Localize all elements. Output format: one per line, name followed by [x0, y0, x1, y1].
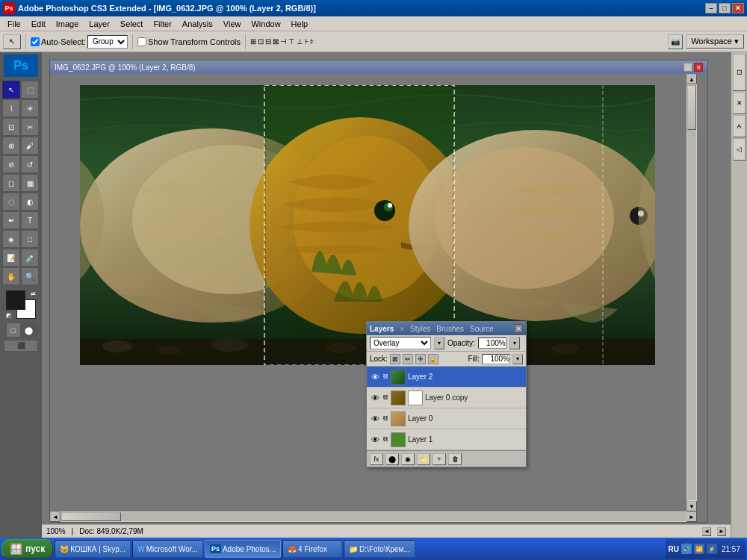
layer0-visibility[interactable]: 👁 [370, 414, 380, 424]
taskbar-item-explorer[interactable]: 📁 D:\Foto\Крем... [344, 540, 415, 558]
right-panel-btn-4[interactable]: ◁ [733, 138, 746, 161]
scroll-right-arrow[interactable]: ► [686, 511, 697, 522]
layer-row-layer1[interactable]: 👁 ⛓ Layer 1 [367, 429, 526, 450]
menu-filter[interactable]: Filter [149, 19, 176, 29]
shape-tool[interactable]: □ [21, 230, 39, 248]
gradient-tool[interactable]: ▦ [21, 174, 39, 192]
menu-help[interactable]: Help [287, 19, 313, 29]
lock-transparent-btn[interactable]: ⊠ [390, 354, 400, 364]
tray-icon-3[interactable]: ⚡ [707, 544, 717, 554]
notes-tool[interactable]: 📝 [2, 249, 20, 267]
new-adjust-btn[interactable]: ◉ [401, 453, 415, 465]
menu-analysis[interactable]: Analysis [178, 19, 217, 29]
opacity-input[interactable] [478, 337, 506, 349]
lock-position-btn[interactable]: ✛ [415, 354, 426, 364]
scroll-up-arrow[interactable]: ▲ [686, 74, 697, 84]
add-mask-btn[interactable]: ⬤ [385, 453, 399, 465]
close-button[interactable]: ✕ [732, 3, 744, 13]
tray-icon-2[interactable]: 📶 [694, 544, 704, 554]
tray-icon-1[interactable]: 🔊 [681, 544, 692, 554]
camera-icon[interactable]: 📷 [668, 34, 683, 49]
move-tool[interactable]: ↖ [2, 81, 20, 99]
taskbar-item-photoshop[interactable]: Ps Adobe Photos... [205, 540, 281, 558]
delete-layer-btn[interactable]: 🗑 [448, 453, 462, 465]
lock-all-btn[interactable]: 🔒 [428, 354, 438, 364]
fill-arrow[interactable]: ▾ [512, 354, 523, 364]
slice-tool[interactable]: ✂ [21, 118, 39, 136]
opacity-arrow[interactable]: ▾ [509, 337, 520, 349]
workspace-label[interactable]: Workspace ▾ [686, 34, 744, 49]
layer2-link[interactable]: ⛓ [382, 372, 388, 382]
canvas-v-scrollbar[interactable]: ▲ ▼ [686, 74, 697, 511]
lock-image-btn[interactable]: ✏ [403, 354, 413, 364]
layer1-visibility[interactable]: 👁 [370, 435, 380, 445]
layer0copy-link[interactable]: ⛓ [382, 393, 388, 403]
show-transform-checkbox[interactable] [137, 37, 146, 46]
blend-arrow[interactable]: ▾ [434, 337, 444, 349]
tab-brushes[interactable]: Brushes [436, 325, 464, 333]
swap-colors-icon[interactable]: ⇄ [31, 290, 36, 297]
lasso-tool[interactable]: ⌇ [2, 99, 20, 117]
dodge-tool[interactable]: ◐ [21, 193, 39, 211]
taskbar-item-word[interactable]: W Microsoft Wor... [132, 540, 203, 558]
clone-stamp[interactable]: ⊘ [2, 155, 20, 173]
menu-select[interactable]: Select [116, 19, 148, 29]
healing-brush[interactable]: ⊕ [2, 137, 20, 155]
move-tool-options[interactable]: ↖ [3, 34, 21, 49]
tab-styles[interactable]: Styles [410, 325, 430, 333]
marquee-tool[interactable]: ⬚ [21, 81, 39, 99]
pen-tool[interactable]: ✒ [2, 211, 20, 229]
canvas-h-scrollbar[interactable]: ◄ ► [50, 511, 697, 522]
canvas-close[interactable]: ✕ [694, 63, 703, 72]
taskbar-item-firefox[interactable]: 🦊 4 Firefox [282, 540, 342, 558]
start-button[interactable]: 🪟 пуск [1, 539, 53, 559]
crop-tool[interactable]: ⊡ [2, 118, 20, 136]
history-brush[interactable]: ↺ [21, 155, 39, 173]
panel-close-btn[interactable]: ✕ [514, 324, 523, 333]
foreground-color-box[interactable] [6, 290, 25, 310]
layer0copy-visibility[interactable]: 👁 [370, 393, 380, 403]
layer1-link[interactable]: ⛓ [382, 435, 388, 445]
status-scroll-right[interactable]: ► [717, 527, 726, 536]
magic-wand-tool[interactable]: ✳ [21, 99, 39, 117]
hand-tool[interactable]: ✋ [2, 267, 20, 285]
quick-mask-off[interactable]: □ [6, 323, 21, 337]
lang-indicator[interactable]: RU [669, 545, 679, 553]
menu-window[interactable]: Window [247, 19, 285, 29]
menu-edit[interactable]: Edit [27, 19, 50, 29]
maximize-button[interactable]: □ [719, 3, 731, 13]
fill-input[interactable] [482, 354, 510, 364]
new-layer-btn[interactable]: + [433, 453, 446, 465]
menu-view[interactable]: View [219, 19, 246, 29]
tab-layers[interactable]: Layers [370, 325, 394, 333]
blend-mode-select[interactable]: Overlay Normal Multiply Screen [370, 337, 431, 349]
scroll-thumb[interactable] [687, 85, 696, 130]
layer0-link[interactable]: ⛓ [382, 414, 388, 424]
quick-mask-on[interactable]: ⬤ [22, 323, 37, 337]
scroll-track[interactable] [687, 85, 696, 500]
blur-tool[interactable]: ◌ [2, 193, 20, 211]
new-group-btn[interactable]: 📁 [417, 453, 430, 465]
eyedropper[interactable]: 💉 [21, 249, 39, 267]
menu-image[interactable]: Image [52, 19, 84, 29]
right-panel-btn-1[interactable]: ⊡ [733, 54, 746, 91]
status-scroll-left[interactable]: ◄ [702, 527, 711, 536]
eraser-tool[interactable]: ◻ [2, 174, 20, 192]
color-boxes[interactable]: ⇄ ◩ [6, 290, 36, 319]
layer2-visibility[interactable]: 👁 [370, 372, 380, 382]
h-scroll-thumb[interactable] [61, 512, 121, 521]
scroll-left-arrow[interactable]: ◄ [50, 511, 61, 522]
minimize-button[interactable]: – [705, 3, 717, 13]
default-colors-icon[interactable]: ◩ [6, 312, 12, 319]
screen-mode-btn[interactable]: ⬛ [4, 340, 38, 352]
right-panel-btn-2[interactable]: ✕ [733, 92, 746, 114]
add-style-btn[interactable]: fx [370, 453, 383, 465]
right-panel-btn-3[interactable]: A [733, 115, 746, 137]
brush-tool[interactable]: 🖌 [21, 137, 39, 155]
zoom-tool[interactable]: 🔍 [21, 267, 39, 285]
layer-row-layer2[interactable]: 👁 ⛓ Layer 2 [367, 367, 526, 388]
path-select[interactable]: ◈ [2, 230, 20, 248]
menu-layer[interactable]: Layer [84, 19, 114, 29]
auto-select-dropdown[interactable]: Group Layer [87, 35, 128, 49]
auto-select-checkbox[interactable] [31, 37, 40, 46]
